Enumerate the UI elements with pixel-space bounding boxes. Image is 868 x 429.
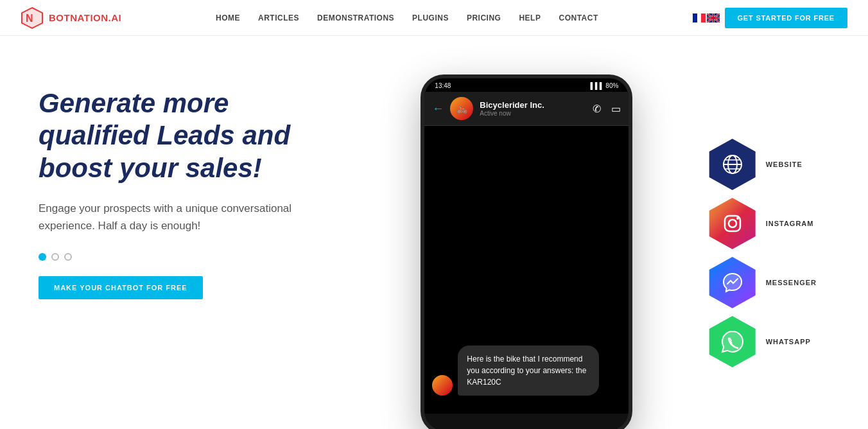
message-avatar — [432, 375, 453, 396]
chat-body: Here is the bike that I recommend you ac… — [424, 126, 629, 414]
contact-status: Active now — [480, 110, 586, 117]
language-switcher — [693, 13, 718, 22]
back-arrow-icon[interactable]: ← — [432, 102, 444, 116]
svg-point-21 — [729, 220, 736, 227]
svg-rect-5 — [701, 13, 706, 22]
header: N BOTNATION.AI HOME ARTICLES DEMONSTRATI… — [0, 0, 868, 36]
nav-help[interactable]: HELP — [519, 13, 541, 22]
svg-rect-3 — [693, 13, 697, 22]
logo-text: BOTNATION.AI — [49, 12, 121, 23]
hero-section: Generate more qualified Leads and boost … — [0, 36, 868, 429]
nav-home[interactable]: HOME — [216, 13, 240, 22]
nav-demonstrations[interactable]: DEMONSTRATIONS — [317, 13, 394, 22]
main-nav: HOME ARTICLES DEMONSTRATIONS PLUGINS PRI… — [216, 13, 598, 22]
phone-notch — [501, 78, 552, 86]
instagram-hex — [707, 198, 758, 249]
chat-message-area: Here is the bike that I recommend you ac… — [424, 338, 629, 403]
phone-time: 13:48 — [435, 82, 451, 89]
slide-dot-1[interactable] — [39, 253, 46, 261]
slide-dot-3[interactable] — [64, 253, 72, 261]
make-chatbot-button[interactable]: MAKE YOUR CHATBOT FOR FREE — [39, 276, 203, 299]
slide-dots — [39, 253, 347, 261]
platform-messenger[interactable]: MESSENGER — [707, 257, 817, 308]
messenger-hex — [707, 257, 758, 308]
chat-info: Bicyclerider Inc. Active now — [480, 100, 586, 117]
phone-mockup-area: 13:48 ▐▐▐ 80% ← 🚲 Bicyclerider Inc. Acti… — [421, 74, 632, 429]
svg-text:N: N — [26, 13, 33, 24]
get-started-button[interactable]: GeT started For FREE — [725, 8, 847, 28]
platform-whatsapp-label: WHATSAPP — [766, 338, 811, 346]
platform-messenger-label: MESSENGER — [766, 279, 817, 286]
battery-text: 80% — [605, 82, 618, 89]
logo[interactable]: N BOTNATION.AI — [21, 6, 121, 30]
hero-title: Generate more qualified Leads and boost … — [39, 87, 347, 184]
chat-header: ← 🚲 Bicyclerider Inc. Active now ✆ ▭ — [424, 92, 629, 126]
phone-call-icon[interactable]: ✆ — [593, 103, 601, 115]
french-flag-button[interactable] — [693, 13, 704, 22]
nav-contact[interactable]: CONTACT — [559, 13, 598, 22]
header-right: GeT started For FREE — [693, 8, 847, 28]
platform-instagram[interactable]: INSTAGRAM — [707, 198, 817, 249]
nav-pricing[interactable]: PRICING — [467, 13, 501, 22]
platform-website[interactable]: WEBSITE — [707, 139, 817, 190]
globe-icon — [720, 152, 745, 177]
svg-point-22 — [736, 217, 739, 220]
logo-icon: N — [21, 6, 44, 30]
svg-rect-4 — [697, 13, 701, 22]
whatsapp-icon — [720, 329, 745, 355]
chat-bubble: Here is the bike that I recommend you ac… — [458, 346, 599, 396]
hero-description: Engage your prospects with a unique conv… — [39, 200, 321, 234]
website-hex — [707, 139, 758, 190]
contact-name: Bicyclerider Inc. — [480, 100, 586, 110]
chat-action-icons: ✆ ▭ — [593, 103, 621, 115]
phone-mockup: 13:48 ▐▐▐ 80% ← 🚲 Bicyclerider Inc. Acti… — [421, 74, 632, 429]
english-flag-button[interactable] — [707, 13, 718, 22]
slide-dot-2[interactable] — [51, 253, 59, 261]
platform-instagram-label: INSTAGRAM — [766, 220, 814, 227]
platforms-section: WEBSITE INSTAGRAM MESSENGE — [707, 74, 829, 367]
video-call-icon[interactable]: ▭ — [611, 103, 621, 115]
hero-content: Generate more qualified Leads and boost … — [39, 74, 347, 299]
instagram-icon — [720, 211, 745, 236]
nav-articles[interactable]: ARTICLES — [258, 13, 299, 22]
chat-avatar: 🚲 — [450, 97, 473, 120]
nav-plugins[interactable]: PLUGINS — [412, 13, 449, 22]
platform-website-label: WEBSITE — [766, 161, 803, 168]
whatsapp-hex — [707, 316, 758, 367]
messenger-icon — [720, 270, 745, 295]
phone-status-icons: ▐▐▐ 80% — [588, 82, 618, 89]
platform-whatsapp[interactable]: WHATSAPP — [707, 316, 817, 367]
signal-icon: ▐▐▐ — [588, 82, 602, 89]
